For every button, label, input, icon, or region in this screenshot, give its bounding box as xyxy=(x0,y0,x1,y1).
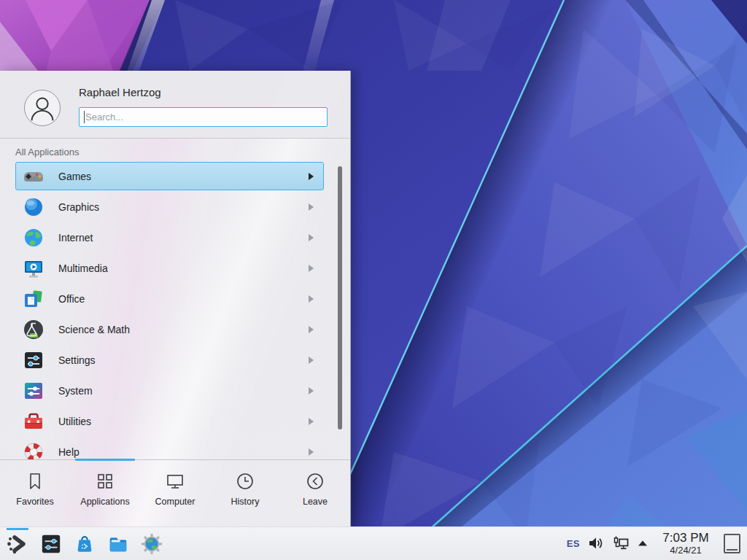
search-field-wrap xyxy=(79,107,328,127)
category-label: Science & Math xyxy=(58,324,130,335)
kde-launcher-icon xyxy=(7,533,28,555)
web-browser-button[interactable] xyxy=(140,532,163,556)
category-label: Graphics xyxy=(58,201,99,213)
category-label: Help xyxy=(58,446,80,458)
launcher-header: Raphael Hertzog xyxy=(0,71,350,139)
submenu-arrow-icon xyxy=(309,387,314,394)
system-settings-icon xyxy=(40,533,62,555)
category-label: Internet xyxy=(58,232,93,244)
category-label: Utilities xyxy=(58,416,91,427)
launcher-tab-bar: Favorites Applications Computer xyxy=(0,459,350,526)
category-utilities[interactable]: Utilities xyxy=(15,407,324,435)
internet-icon xyxy=(22,226,45,249)
application-launcher-menu: Raphael Hertzog All Applications Games xyxy=(0,71,351,526)
category-settings[interactable]: Settings xyxy=(15,346,324,374)
favorites-icon xyxy=(25,471,45,491)
submenu-arrow-icon xyxy=(309,357,314,364)
tab-applications[interactable]: Applications xyxy=(70,460,140,526)
submenu-arrow-icon xyxy=(309,295,314,303)
network-icon[interactable] xyxy=(612,535,630,551)
computer-icon xyxy=(165,471,185,491)
submenu-arrow-icon xyxy=(309,448,314,456)
app-category-list: Games Graphics xyxy=(0,162,350,459)
web-browser-icon xyxy=(141,533,163,555)
category-multimedia[interactable]: Multimedia xyxy=(15,254,324,282)
tab-label: Leave xyxy=(303,497,328,507)
category-label: Settings xyxy=(58,354,96,366)
text-cursor xyxy=(84,111,85,123)
games-icon xyxy=(22,165,45,188)
section-label: All Applications xyxy=(15,147,79,158)
category-games[interactable]: Games xyxy=(15,162,324,190)
show-desktop-button[interactable] xyxy=(724,534,740,553)
digital-clock[interactable]: 7:03 PM 4/24/21 xyxy=(656,532,716,555)
multimedia-icon xyxy=(22,257,45,280)
submenu-arrow-icon xyxy=(309,234,314,241)
category-label: Office xyxy=(58,293,85,305)
tab-label: Computer xyxy=(155,497,196,507)
category-internet[interactable]: Internet xyxy=(15,223,324,252)
search-input[interactable] xyxy=(79,107,328,127)
application-launcher-button[interactable] xyxy=(6,532,29,556)
leave-icon xyxy=(305,471,325,491)
science-icon xyxy=(22,318,45,341)
category-label: System xyxy=(58,385,93,397)
submenu-arrow-icon xyxy=(309,326,314,333)
clock-date: 4/24/21 xyxy=(656,545,716,556)
user-avatar[interactable] xyxy=(24,90,61,126)
office-icon xyxy=(22,287,45,311)
system-icon xyxy=(22,379,45,402)
settings-icon xyxy=(22,349,45,372)
system-tray: ES 7:03 PM 4/24/21 xyxy=(567,532,747,555)
submenu-arrow-icon xyxy=(309,418,314,425)
category-help[interactable]: Help xyxy=(15,438,324,459)
utilities-icon xyxy=(22,410,45,433)
category-science-math[interactable]: Science & Math xyxy=(15,315,324,343)
user-icon xyxy=(25,90,60,126)
user-name: Raphael Hertzog xyxy=(79,86,161,98)
submenu-arrow-icon xyxy=(309,203,314,211)
help-icon xyxy=(22,440,45,460)
graphics-icon xyxy=(22,195,45,219)
submenu-arrow-icon xyxy=(309,265,314,272)
scrollbar[interactable] xyxy=(338,166,342,429)
tab-label: History xyxy=(231,497,260,507)
expand-arrow-icon[interactable] xyxy=(638,540,648,547)
discover-button[interactable] xyxy=(73,532,96,556)
tab-label: Favorites xyxy=(16,497,53,507)
volume-icon[interactable] xyxy=(588,535,604,551)
tab-label: Applications xyxy=(80,497,129,507)
category-graphics[interactable]: Graphics xyxy=(15,192,324,221)
taskbar-launchers xyxy=(0,532,163,556)
history-icon xyxy=(235,471,255,491)
category-system[interactable]: System xyxy=(15,376,324,405)
applications-icon xyxy=(95,471,115,491)
taskbar: ES 7:03 PM 4/24/21 xyxy=(0,526,747,560)
tab-favorites[interactable]: Favorites xyxy=(0,460,70,526)
tab-computer[interactable]: Computer xyxy=(140,460,210,526)
submenu-arrow-icon xyxy=(309,173,314,180)
file-manager-icon xyxy=(107,533,129,555)
discover-icon xyxy=(74,533,96,555)
file-manager-button[interactable] xyxy=(107,532,130,556)
desktop: Raphael Hertzog All Applications Games xyxy=(0,0,747,560)
tab-leave[interactable]: Leave xyxy=(280,460,350,526)
category-label: Games xyxy=(58,171,91,182)
tab-history[interactable]: History xyxy=(210,460,280,526)
clock-time: 7:03 PM xyxy=(656,532,716,545)
keyboard-layout-indicator[interactable]: ES xyxy=(567,538,580,549)
category-label: Multimedia xyxy=(58,262,108,274)
category-office[interactable]: Office xyxy=(15,284,324,313)
system-settings-button[interactable] xyxy=(39,532,63,556)
